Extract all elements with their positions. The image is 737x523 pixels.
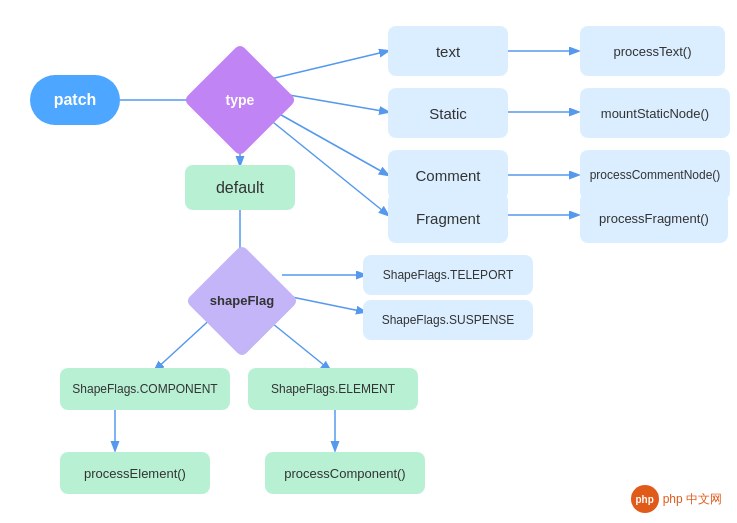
patch-node: patch (30, 75, 120, 125)
mount-static-node: mountStaticNode() (580, 88, 730, 138)
process-element-node: processElement() (60, 452, 210, 494)
diagram: patch type default text Static Comment F… (0, 0, 737, 523)
fragment-node: Fragment (388, 193, 508, 243)
process-text-node: processText() (580, 26, 725, 76)
process-fragment-node: processFragment() (580, 193, 728, 243)
static-node: Static (388, 88, 508, 138)
process-component-node: processComponent() (265, 452, 425, 494)
type-diamond: type (195, 60, 285, 140)
text-node: text (388, 26, 508, 76)
watermark: php php 中文网 (631, 485, 722, 513)
shapeflags-element-node: ShapeFlags.ELEMENT (248, 368, 418, 410)
default-node: default (185, 165, 295, 210)
shapeflags-suspense-node: ShapeFlags.SUSPENSE (363, 300, 533, 340)
shape-flag-diamond: shapeFlag (192, 258, 292, 343)
shapeflags-component-node: ShapeFlags.COMPONENT (60, 368, 230, 410)
shapeflags-teleport-node: ShapeFlags.TELEPORT (363, 255, 533, 295)
watermark-logo: php (631, 485, 659, 513)
